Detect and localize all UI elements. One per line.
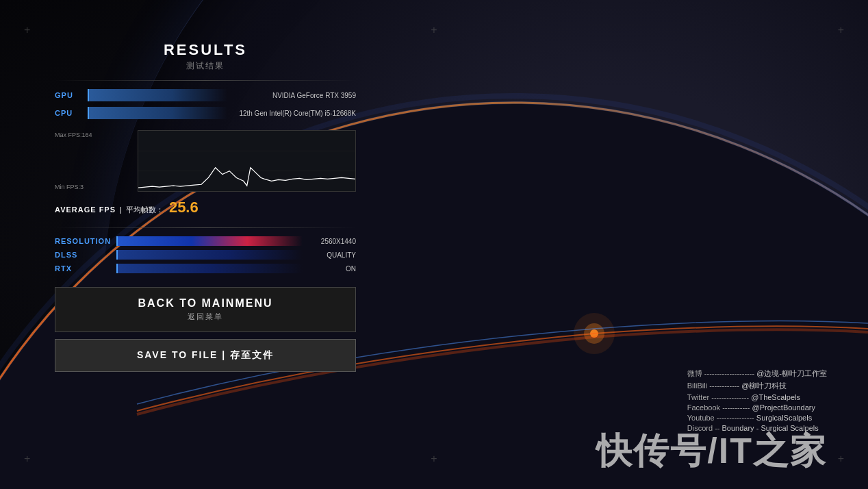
resolution-bar-container [116, 236, 303, 246]
youtube-row: Youtube --------------- SurgicalScalpels [687, 414, 827, 422]
crosshair-bottom-right: + [838, 453, 844, 465]
cpu-value: 12th Gen Intel(R) Core(TM) i5-12668K [233, 110, 356, 117]
dlss-row: DLSS QUALITY [55, 250, 356, 260]
back-to-mainmenu-button[interactable]: BACK TO MAINMENU 返回菜单 [55, 287, 356, 332]
btn-mainmenu-label-cn: 返回菜单 [188, 312, 223, 322]
weibo-label: 微博 [687, 369, 702, 377]
crosshair-top-right: + [838, 24, 844, 36]
resolution-value: 2560X1440 [308, 238, 356, 245]
btn-mainmenu-label-en: BACK TO MAINMENU [138, 297, 272, 310]
results-title-en: RESULTS [55, 41, 356, 59]
twitter-label: Twitter [687, 393, 709, 401]
weibo-row: 微博 -------------------- @边境-柳叶刀工作室 [687, 368, 827, 379]
divider-top [55, 80, 356, 81]
resolution-label: RESOLUTION [55, 237, 116, 245]
results-title-cn: 测试结果 [55, 60, 356, 72]
rtx-bar-container [116, 264, 303, 273]
save-to-file-button[interactable]: SAVE TO FILE | 存至文件 [55, 339, 356, 372]
rtx-row: RTX ON [55, 264, 356, 273]
youtube-dashes: --------------- [717, 414, 756, 422]
rtx-value: ON [308, 265, 356, 273]
chart-min-fps-label: Min FPS:3 [55, 184, 92, 190]
facebook-handle: @ProjectBoundary [752, 403, 816, 412]
bilibili-dashes: ------------ [709, 381, 741, 390]
crosshair-bottom-center: + [431, 453, 437, 465]
avg-fps-label-cn: 平均帧数： [126, 205, 164, 215]
avg-fps-row: AVERAGE FPS | 平均帧数： 25.6 [55, 199, 356, 216]
chart-svg [138, 131, 355, 191]
rtx-bar [116, 264, 303, 273]
rtx-label: RTX [55, 264, 116, 273]
crosshair-top-left: + [24, 24, 30, 36]
resolution-bar [116, 236, 303, 246]
avg-fps-sep: | [120, 205, 122, 214]
twitter-handle: @TheScalpels [751, 393, 800, 401]
dlss-bar-container [116, 250, 303, 260]
bilibili-row: BiliBili ------------ @柳叶刀科技 [687, 381, 827, 391]
dlss-label: DLSS [55, 251, 116, 259]
weibo-handle: @边境-柳叶刀工作室 [756, 369, 827, 377]
weibo-dashes: -------------------- [704, 369, 756, 377]
fps-chart [138, 130, 356, 192]
gpu-value: NVIDIA GeForce RTX 3959 [233, 92, 356, 99]
cpu-bar [88, 107, 227, 119]
gpu-label: GPU [55, 91, 82, 99]
avg-fps-label-en: AVERAGE FPS [55, 205, 116, 214]
cpu-row: CPU 12th Gen Intel(R) Core(TM) i5-12668K [55, 107, 356, 119]
twitter-row: Twitter --------------- @TheScalpels [687, 393, 827, 401]
facebook-dashes: ----------- [722, 403, 752, 412]
divider-mid [55, 227, 356, 228]
crosshair-top-center: + [431, 24, 437, 36]
cpu-label: CPU [55, 109, 82, 117]
facebook-label: Facebook [687, 403, 720, 412]
fps-chart-container: Max FPS:164 Min FPS:3 [55, 130, 356, 192]
bilibili-label: BiliBili [687, 381, 707, 390]
results-title: RESULTS 测试结果 [55, 41, 356, 72]
avg-fps-value: 25.6 [169, 199, 199, 216]
resolution-row: RESOLUTION 2560X1440 [55, 236, 356, 246]
gpu-row: GPU NVIDIA GeForce RTX 3959 [55, 89, 356, 101]
crosshair-bottom-left: + [24, 453, 30, 465]
chart-max-fps-label: Max FPS:164 [55, 131, 92, 138]
watermark: 快传号/IT之家 [596, 427, 827, 475]
facebook-row: Facebook ----------- @ProjectBoundary [687, 403, 827, 412]
btn-save-label: SAVE TO FILE | 存至文件 [137, 349, 274, 362]
bilibili-handle: @柳叶刀科技 [741, 381, 787, 390]
fps-line [138, 168, 355, 188]
youtube-label: Youtube [687, 414, 715, 422]
results-panel: RESULTS 测试结果 GPU NVIDIA GeForce RTX 3959… [41, 0, 370, 489]
dlss-bar [116, 250, 303, 260]
twitter-dashes: --------------- [711, 393, 751, 401]
gpu-bar [88, 89, 227, 101]
youtube-handle: SurgicalScalpels [756, 414, 812, 422]
social-links: 微博 -------------------- @边境-柳叶刀工作室 BiliB… [687, 366, 827, 434]
dlss-value: QUALITY [308, 251, 356, 259]
